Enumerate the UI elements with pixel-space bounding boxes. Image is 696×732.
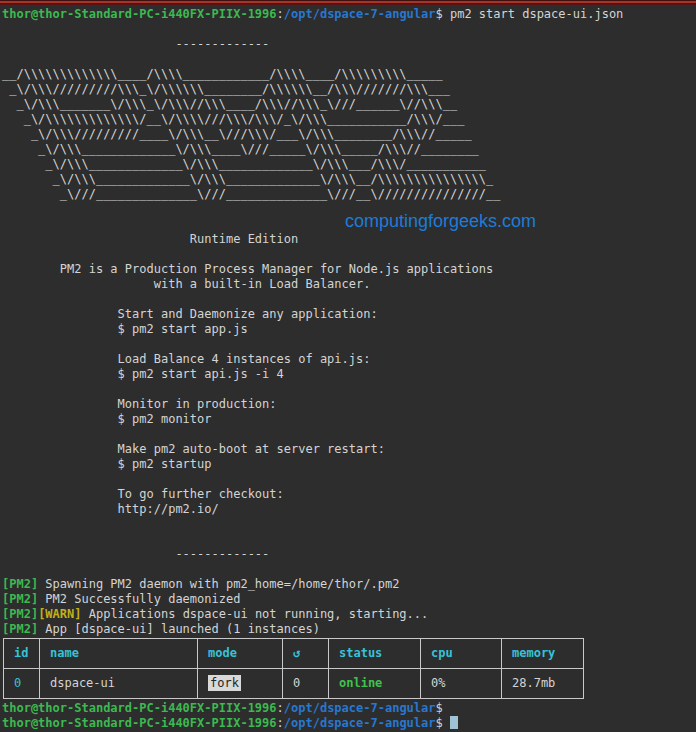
prompt-user-host: thor@thor-Standard-PC-i440FX-PIIX-1996 bbox=[2, 716, 277, 730]
prompt-user-host: thor@thor-Standard-PC-i440FX-PIIX-1996 bbox=[2, 701, 277, 715]
cell-id: 0 bbox=[4, 669, 40, 699]
cell-name: dspace-ui bbox=[40, 669, 198, 699]
log-pm2-tag: [PM2] bbox=[2, 622, 38, 636]
log-pm2-tag: [PM2] bbox=[2, 577, 38, 591]
prompt-colon: : bbox=[277, 716, 284, 730]
prompt-colon: : bbox=[277, 7, 284, 21]
prompt-dollar: $ bbox=[436, 701, 443, 715]
log-pm2-tag: [PM2] bbox=[2, 592, 38, 606]
table-row: 0 dspace-ui fork 0 online 0% 28.7mb bbox=[4, 669, 584, 699]
terminal-bottom-prompts[interactable]: thor@thor-Standard-PC-i440FX-PIIX-1996:/… bbox=[0, 699, 696, 731]
prompt-dollar: $ bbox=[436, 716, 443, 730]
prompt-path: /opt/dspace-7-angular bbox=[284, 701, 436, 715]
cell-cpu: 0% bbox=[421, 669, 502, 699]
table-header-row: id name mode ↺ status cpu memory bbox=[4, 639, 584, 669]
col-header-memory: memory bbox=[502, 639, 584, 669]
prompt-path: /opt/dspace-7-angular bbox=[284, 7, 436, 21]
pm2-process-table: id name mode ↺ status cpu memory 0 dspac… bbox=[3, 638, 584, 699]
cell-restarts: 0 bbox=[283, 669, 329, 699]
watermark-text: computingforgeeks.com bbox=[345, 211, 536, 232]
log-launched: App [dspace-ui] launched (1 instances) bbox=[38, 622, 320, 636]
command-text: $ pm2 start dspace-ui.json bbox=[436, 7, 624, 21]
prompt-user-host: thor@thor-Standard-PC-i440FX-PIIX-1996 bbox=[2, 7, 277, 21]
pm2-banner-and-help: ------------- __/\\\\\\\\\\\\\____/\\\\_… bbox=[2, 37, 501, 561]
log-warn-tag: [WARN] bbox=[38, 607, 81, 621]
col-header-restart-icon: ↺ bbox=[283, 639, 329, 669]
col-header-cpu: cpu bbox=[421, 639, 502, 669]
cell-status: online bbox=[329, 669, 421, 699]
prompt-colon: : bbox=[277, 701, 284, 715]
col-header-name: name bbox=[40, 639, 198, 669]
log-spawning: Spawning PM2 daemon with pm2_home=/home/… bbox=[38, 577, 399, 591]
fork-mode-chip: fork bbox=[208, 675, 241, 691]
log-not-running: Applications dspace-ui not running, star… bbox=[81, 607, 428, 621]
terminal-cursor bbox=[450, 716, 458, 729]
col-header-mode: mode bbox=[198, 639, 283, 669]
log-daemonized: PM2 Successfully daemonized bbox=[38, 592, 240, 606]
cell-mode: fork bbox=[198, 669, 283, 699]
terminal-output[interactable]: thor@thor-Standard-PC-i440FX-PIIX-1996:/… bbox=[0, 5, 696, 637]
col-header-id: id bbox=[4, 639, 40, 669]
log-pm2-tag: [PM2] bbox=[2, 607, 38, 621]
cell-memory: 28.7mb bbox=[502, 669, 584, 699]
col-header-status: status bbox=[329, 639, 421, 669]
prompt-path: /opt/dspace-7-angular bbox=[284, 716, 436, 730]
